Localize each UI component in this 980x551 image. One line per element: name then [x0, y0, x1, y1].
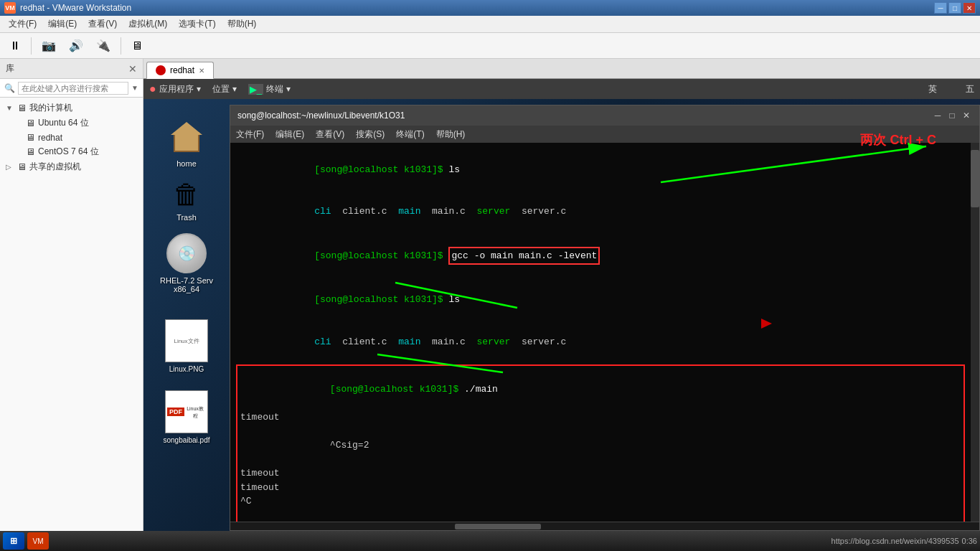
title-bar-left: VM redhat - VMware Workstation — [4, 2, 131, 14]
terminal-close-button[interactable]: ✕ — [961, 110, 972, 121]
term-output-serverc: server.c — [510, 206, 566, 217]
toolbar-pause-button[interactable]: ⏸ — [4, 36, 26, 56]
term-output-sp1: client.c — [331, 206, 399, 217]
vm-tab-redhat[interactable]: redhat ✕ — [146, 62, 214, 79]
terminal-minimize-button[interactable]: ─ — [932, 110, 943, 121]
terminal-title: song@localhost:~/newlinux/Libevent/k1O31 — [237, 110, 405, 121]
guest-app-menu[interactable]: ● 应用程序 ▾ — [149, 83, 201, 95]
taskbar-time: 0:36 — [962, 537, 977, 545]
menu-tabs[interactable]: 选项卡(T) — [173, 17, 221, 32]
toolbar-display-button[interactable]: 🖥 — [126, 36, 148, 56]
term-menu-view[interactable]: 查看(V) — [316, 128, 344, 141]
pause-icon: ⏸ — [9, 39, 21, 52]
main-layout: 库 ✕ 🔍 ▼ ▼ 🖥 我的计算机 🖥 Ubuntu 64 位 🖥 — [0, 59, 980, 531]
scrollbar-thumb[interactable] — [971, 150, 979, 207]
desktop-icon-pdf[interactable]: PDF Linux教程 songbaibai.pdf — [163, 390, 209, 444]
term-output-timeout3: timeout — [240, 482, 280, 493]
terminal-hscroll[interactable] — [230, 522, 979, 530]
taskbar-vmware-button[interactable]: VM — [27, 532, 49, 550]
term-output2-cli: cli — [314, 336, 331, 347]
term-menu-terminal[interactable]: 终端(T) — [396, 128, 424, 141]
sidebar-title: 库 — [6, 62, 14, 75]
taskbar-vmware-icon: VM — [33, 537, 44, 545]
terminal-titlebar: song@localhost:~/newlinux/Libevent/k1O31… — [230, 105, 979, 126]
term-line-ctrl-c: ^C — [240, 494, 961, 509]
linux-png-thumbnail: Linux文件 — [165, 319, 208, 362]
rhel-icon-label: RHEL-7.2 Serv x86_64 — [158, 276, 215, 293]
sidebar-item-my-computer[interactable]: ▼ 🖥 我的计算机 — [0, 100, 143, 116]
sidebar-item-ubuntu[interactable]: 🖥 Ubuntu 64 位 — [0, 116, 143, 131]
guest-terminal-menu[interactable]: ▶_ 终端 ▾ — [248, 83, 291, 95]
sidebar-item-shared[interactable]: ▷ 🖥 共享的虚拟机 — [0, 159, 143, 174]
restore-button[interactable]: □ — [948, 2, 961, 14]
menu-file[interactable]: 文件(F) — [3, 17, 42, 32]
term-prompt-1: [song@localhost k1031]$ — [314, 164, 448, 175]
toolbar-sound-button[interactable]: 🔊 — [64, 36, 88, 56]
title-bar-text: redhat - VMware Workstation — [20, 3, 131, 13]
expand-icon: ▷ — [6, 163, 14, 171]
desktop-icon-rhel[interactable]: 💿 RHEL-7.2 Serv x86_64 — [158, 233, 215, 293]
term-output2-sp1: client.c — [331, 336, 399, 347]
term-prompt-run: [song@localhost k1031]$ — [330, 384, 464, 395]
desktop-icon-home[interactable]: home — [158, 119, 215, 168]
desktop-icon-linux-png[interactable]: Linux文件 Linux.PNG — [165, 319, 208, 373]
minimize-button[interactable]: ─ — [934, 2, 947, 14]
toolbar-usb-button[interactable]: 🔌 — [91, 36, 116, 56]
term-menu-edit[interactable]: 编辑(E) — [275, 128, 304, 141]
term-menu-file[interactable]: 文件(F) — [236, 128, 264, 141]
start-button[interactable]: ⊞ — [3, 532, 24, 550]
term-line-final-prompt: [song@localhost k1031]$ _ — [240, 509, 961, 522]
term-line-4: [song@localhost k1031]$ ls — [236, 279, 965, 321]
guest-app-label: 应用程序 — [159, 83, 194, 95]
term-menu-help[interactable]: 帮助(H) — [436, 128, 466, 141]
snapshot-icon: 📷 — [42, 39, 56, 52]
term-output-server: server — [476, 206, 510, 217]
search-input[interactable] — [18, 82, 128, 95]
app-dropdown-icon: ▾ — [197, 84, 201, 94]
term-output2-serverc: server.c — [510, 336, 566, 347]
terminal-dropdown-icon: ▾ — [286, 84, 291, 94]
terminal-menu-bar: 文件(F) 编辑(E) 查看(V) 搜索(S) 终端(T) 帮助(H) — [230, 126, 979, 143]
vm-tab-close-button[interactable]: ✕ — [199, 67, 204, 75]
menu-edit[interactable]: 编辑(E) — [42, 17, 83, 32]
terminal-body[interactable]: [song@localhost k1031]$ ls cli client.c … — [230, 143, 971, 522]
menu-help[interactable]: 帮助(H) — [222, 17, 263, 32]
terminal-controls: ─ □ ✕ — [932, 110, 972, 121]
menu-view[interactable]: 查看(V) — [83, 17, 123, 32]
sidebar-item-centos[interactable]: 🖥 CentOS 7 64 位 — [0, 144, 143, 159]
desktop-area: redhat ✕ ● 应用程序 ▾ 位置 ▾ ▶_ 终端 — [143, 59, 980, 531]
toolbar-snapshot-button[interactable]: 📷 — [37, 36, 61, 56]
sidebar-item-label: 共享的虚拟机 — [29, 161, 81, 173]
search-icon: 🔍 — [4, 83, 15, 93]
guest-topbar: ● 应用程序 ▾ 位置 ▾ ▶_ 终端 ▾ 英 五 — [143, 79, 980, 99]
expand-icon: ▼ — [6, 104, 14, 112]
vm-tab-icon — [156, 65, 166, 75]
guest-location-menu[interactable]: 位置 ▾ — [212, 83, 237, 95]
taskbar-url: https://blog.csdn.net/weixin/4399535 — [831, 537, 959, 545]
terminal-scrollbar[interactable] — [971, 143, 979, 522]
hscroll-thumb[interactable] — [455, 524, 541, 529]
term-line-1: [song@localhost k1031]$ ls — [236, 149, 965, 191]
terminal-maximize-button[interactable]: □ — [946, 110, 958, 121]
term-menu-search[interactable]: 搜索(S) — [356, 128, 385, 141]
vm-guest[interactable]: ● 应用程序 ▾ 位置 ▾ ▶_ 终端 ▾ 英 五 — [143, 79, 980, 531]
title-bar: VM redhat - VMware Workstation ─ □ ✕ — [0, 0, 980, 16]
desktop-icon-trash[interactable]: 🗑 Trash — [158, 179, 215, 222]
term-cmd-run: ./main — [464, 384, 498, 395]
vm-icon: 🖥 — [26, 146, 35, 157]
pdf-thumbnail: PDF Linux教程 — [165, 390, 208, 433]
shared-icon: 🖥 — [17, 161, 27, 172]
sidebar-item-redhat[interactable]: 🖥 redhat — [0, 131, 143, 144]
term-cmd-4: ls — [448, 294, 460, 305]
toolbar-separator — [31, 37, 32, 55]
sidebar-close-button[interactable]: ✕ — [128, 63, 137, 75]
close-button[interactable]: ✕ — [963, 2, 976, 14]
sidebar-item-label: Ubuntu 64 位 — [38, 117, 89, 129]
home-icon-img — [168, 119, 205, 156]
guest-location-label: 位置 — [212, 83, 230, 95]
term-output2-main: main — [398, 336, 420, 347]
search-dropdown-icon[interactable]: ▼ — [131, 84, 138, 92]
computer-icon: 🖥 — [17, 103, 27, 113]
expand-icon — [14, 119, 23, 127]
menu-vm[interactable]: 虚拟机(M) — [123, 17, 173, 32]
